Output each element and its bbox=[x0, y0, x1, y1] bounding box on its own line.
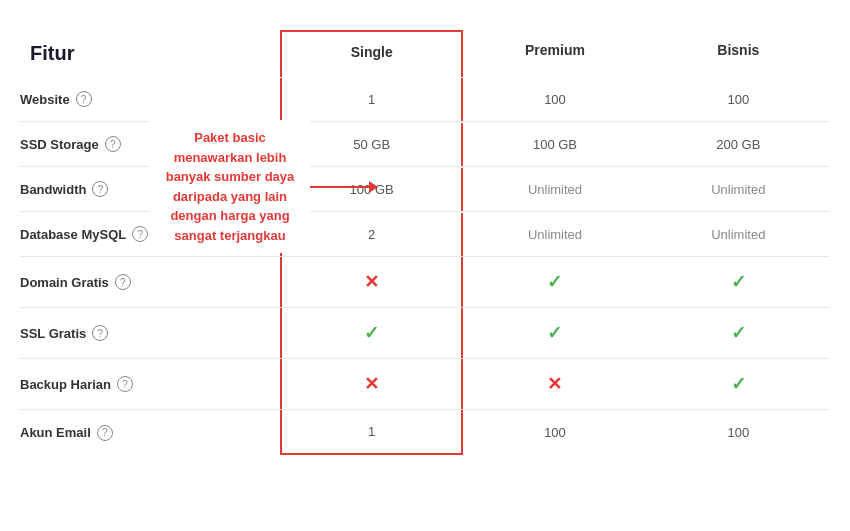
unlimited-text: Unlimited bbox=[528, 182, 582, 197]
table-row: Akun Email?1100100 bbox=[20, 410, 830, 455]
cross-icon: ✕ bbox=[364, 374, 379, 394]
cross-icon: ✕ bbox=[547, 374, 562, 394]
bisnis-value: Unlimited bbox=[647, 213, 830, 256]
table-body: Website?1100100SSD Storage?50 GB100 GB20… bbox=[20, 77, 830, 455]
check-icon: ✓ bbox=[364, 323, 379, 343]
unlimited-text: Unlimited bbox=[711, 182, 765, 197]
premium-value: ✓ bbox=[463, 308, 646, 358]
premium-value: ✕ bbox=[463, 359, 646, 409]
feature-cell: SSL Gratis? bbox=[20, 311, 280, 355]
bisnis-value: 100 bbox=[647, 411, 830, 454]
annotation-wrapper: Paket basic menawarkan lebih banyak sumb… bbox=[150, 120, 370, 253]
check-icon: ✓ bbox=[547, 323, 562, 343]
bisnis-column-header: Bisnis bbox=[647, 30, 830, 77]
header-row: Fitur Single Premium Bisnis bbox=[20, 30, 830, 77]
single-value: ✓ bbox=[280, 308, 463, 358]
table-row: SSL Gratis?✓✓✓ bbox=[20, 308, 830, 359]
help-icon[interactable]: ? bbox=[97, 425, 113, 441]
cross-icon: ✕ bbox=[364, 272, 379, 292]
help-icon[interactable]: ? bbox=[132, 226, 148, 242]
single-value: ✕ bbox=[280, 257, 463, 307]
feature-cell: Domain Gratis? bbox=[20, 260, 280, 304]
bisnis-value: ✓ bbox=[647, 359, 830, 409]
comparison-table: Paket basic menawarkan lebih banyak sumb… bbox=[20, 30, 830, 455]
premium-value: 100 GB bbox=[463, 123, 646, 166]
premium-value: 100 bbox=[463, 78, 646, 121]
feature-name: Bandwidth bbox=[20, 182, 86, 197]
table-row: Website?1100100 bbox=[20, 77, 830, 122]
single-value: 1 bbox=[280, 410, 463, 455]
help-icon[interactable]: ? bbox=[76, 91, 92, 107]
arrow-line bbox=[310, 186, 370, 188]
help-icon[interactable]: ? bbox=[115, 274, 131, 290]
bisnis-value: 200 GB bbox=[647, 123, 830, 166]
bisnis-value: 100 bbox=[647, 78, 830, 121]
feature-cell: Akun Email? bbox=[20, 411, 280, 455]
feature-column-header: Fitur bbox=[20, 30, 280, 77]
table-row: Backup Harian?✕✕✓ bbox=[20, 359, 830, 410]
feature-name: SSL Gratis bbox=[20, 326, 86, 341]
premium-value: 100 bbox=[463, 411, 646, 454]
premium-value: Unlimited bbox=[463, 168, 646, 211]
unlimited-text: Unlimited bbox=[711, 227, 765, 242]
annotation-arrow bbox=[310, 186, 370, 188]
check-icon: ✓ bbox=[731, 323, 746, 343]
table-row: Bandwidth?100 GBUnlimitedUnlimited bbox=[20, 167, 830, 212]
check-icon: ✓ bbox=[547, 272, 562, 292]
table-row: Database MySQL?2UnlimitedUnlimited bbox=[20, 212, 830, 257]
help-icon[interactable]: ? bbox=[105, 136, 121, 152]
check-icon: ✓ bbox=[731, 272, 746, 292]
single-value: 1 bbox=[280, 78, 463, 121]
help-icon[interactable]: ? bbox=[92, 181, 108, 197]
premium-value: ✓ bbox=[463, 257, 646, 307]
feature-name: Website bbox=[20, 92, 70, 107]
premium-column-header: Premium bbox=[463, 30, 646, 77]
table-row: Domain Gratis?✕✓✓ bbox=[20, 257, 830, 308]
feature-cell: Backup Harian? bbox=[20, 362, 280, 406]
bisnis-value: ✓ bbox=[647, 257, 830, 307]
single-column-header: Single bbox=[280, 30, 463, 77]
feature-name: Database MySQL bbox=[20, 227, 126, 242]
unlimited-text: Unlimited bbox=[528, 227, 582, 242]
annotation-text: Paket basic menawarkan lebih banyak sumb… bbox=[150, 120, 310, 253]
bisnis-value: Unlimited bbox=[647, 168, 830, 211]
help-icon[interactable]: ? bbox=[117, 376, 133, 392]
feature-name: Akun Email bbox=[20, 425, 91, 440]
table-row: SSD Storage?50 GB100 GB200 GB bbox=[20, 122, 830, 167]
feature-name: Backup Harian bbox=[20, 377, 111, 392]
help-icon[interactable]: ? bbox=[92, 325, 108, 341]
feature-cell: Website? bbox=[20, 77, 280, 121]
feature-name: SSD Storage bbox=[20, 137, 99, 152]
check-icon: ✓ bbox=[731, 374, 746, 394]
premium-value: Unlimited bbox=[463, 213, 646, 256]
bisnis-value: ✓ bbox=[647, 308, 830, 358]
single-value: ✕ bbox=[280, 359, 463, 409]
feature-name: Domain Gratis bbox=[20, 275, 109, 290]
